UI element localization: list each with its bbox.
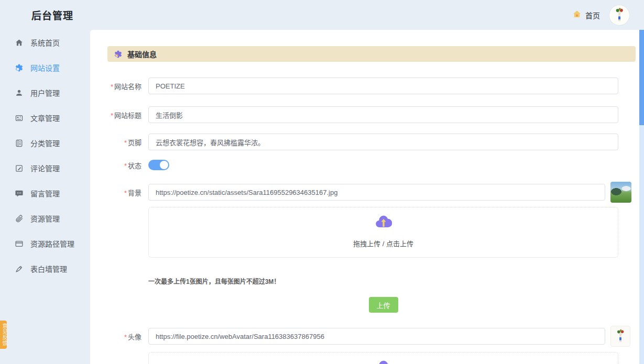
- sidebar-item-confession-wall-management[interactable]: 表白墙管理: [0, 256, 90, 281]
- upload-button-row: 上传: [148, 297, 618, 313]
- required-marker: *: [124, 162, 127, 170]
- site-name-label: *网站名称: [107, 81, 141, 91]
- avatar-url-input[interactable]: [148, 328, 605, 345]
- admin-app: 后台管理 首页: [0, 0, 644, 364]
- sidebar-item-resource-management[interactable]: 资源管理: [0, 206, 90, 231]
- section-header: 基础信息: [107, 46, 636, 62]
- sidebar-item-label: 文章管理: [30, 113, 60, 123]
- sidebar-item-label: 用户管理: [30, 87, 60, 98]
- sidebar-item-comment-management[interactable]: 评论管理: [0, 156, 90, 181]
- sidebar-item-category-management[interactable]: 分类管理: [0, 130, 90, 156]
- site-title-label: *网站标题: [107, 110, 141, 120]
- upload-hint: 一次最多上传1张图片，且每张图片不超过3M！: [148, 277, 644, 285]
- background-url-input[interactable]: [148, 184, 605, 201]
- sidebar-item-label: 分类管理: [30, 138, 60, 148]
- house-icon: [572, 9, 582, 21]
- background-upload-dropzone[interactable]: 拖拽上传 / 点击上传: [148, 207, 618, 258]
- avatar-row: *头像: [107, 326, 644, 347]
- paperclip-icon: [15, 214, 24, 223]
- sidebar-item-site-settings[interactable]: 网站设置: [0, 55, 90, 80]
- sidebar-item-system-home[interactable]: 系统首页: [0, 30, 90, 55]
- footer-input[interactable]: [148, 134, 618, 150]
- avatar-upload-dropzone[interactable]: [148, 352, 618, 364]
- home-link[interactable]: 首页: [572, 9, 600, 21]
- required-marker: *: [124, 333, 127, 341]
- avatar-label: *头像: [107, 332, 141, 341]
- message-icon: [15, 189, 24, 198]
- background-row: *背景: [107, 182, 644, 203]
- required-marker: *: [111, 112, 113, 119]
- dropzone-text: 拖拽上传 / 点击上传: [353, 238, 413, 248]
- sidebar-item-article-management[interactable]: 文章管理: [0, 105, 90, 130]
- sidebar-item-message-management[interactable]: 留言管理: [0, 181, 90, 206]
- main-content: 基础信息 *网站名称 *网站标题 *页脚 *状态 *背景: [90, 30, 644, 364]
- site-title-input[interactable]: [148, 106, 618, 123]
- home-icon: [15, 38, 24, 47]
- section-gear-icon: [114, 50, 123, 59]
- balloon-figure-icon: [613, 328, 628, 344]
- required-marker: *: [124, 139, 127, 147]
- top-header: 后台管理 首页: [0, 0, 644, 30]
- card-icon: [15, 239, 24, 248]
- scrollbar-thumb[interactable]: [639, 30, 644, 125]
- section-title: 基础信息: [127, 49, 157, 59]
- gear-icon: [15, 63, 24, 72]
- feedback-tag[interactable]: 意见反馈: [0, 321, 7, 349]
- user-icon: [15, 89, 24, 97]
- avatar-thumbnail[interactable]: [610, 326, 630, 347]
- category-icon: [15, 139, 24, 148]
- sidebar-nav: 系统首页 网站设置 用户管理 文章管理 分类管理: [0, 30, 90, 364]
- site-title-row: *网站标题: [107, 106, 644, 123]
- balloon-figure-icon: [612, 7, 627, 23]
- app-title: 后台管理: [31, 8, 73, 22]
- sidebar-item-user-management[interactable]: 用户管理: [0, 80, 90, 105]
- background-label: *背景: [107, 187, 141, 197]
- sidebar-item-label: 评论管理: [30, 163, 60, 173]
- header-right: 首页: [572, 5, 629, 25]
- status-label: *状态: [107, 160, 141, 170]
- sidebar-item-label: 资源路径管理: [30, 238, 74, 249]
- scrollbar-track[interactable]: [639, 30, 644, 364]
- upload-button[interactable]: 上传: [369, 297, 398, 313]
- required-marker: *: [111, 83, 113, 91]
- sidebar-item-label: 表白墙管理: [30, 263, 67, 274]
- sidebar-item-label: 资源管理: [30, 213, 60, 224]
- sidebar-item-label: 网站设置: [30, 62, 60, 73]
- footer-row: *页脚: [107, 134, 644, 150]
- sidebar-item-label: 系统首页: [30, 37, 60, 48]
- comment-edit-icon: [15, 164, 24, 173]
- required-marker: *: [124, 189, 127, 197]
- sidebar-item-label: 留言管理: [30, 188, 60, 198]
- article-icon: [15, 114, 24, 123]
- cloud-upload-icon: [375, 214, 392, 231]
- user-avatar[interactable]: [609, 5, 629, 25]
- footer-label: *页脚: [107, 137, 141, 147]
- status-row: *状态: [107, 160, 644, 170]
- sidebar-item-resource-path-management[interactable]: 资源路径管理: [0, 231, 90, 256]
- status-toggle[interactable]: [148, 160, 169, 170]
- toggle-knob: [160, 161, 168, 169]
- site-name-input[interactable]: [148, 78, 618, 94]
- cloud-upload-icon: [375, 359, 392, 364]
- home-link-label: 首页: [585, 10, 600, 20]
- pen-icon: [15, 264, 24, 273]
- background-thumbnail[interactable]: [610, 182, 631, 203]
- site-name-row: *网站名称: [107, 78, 644, 94]
